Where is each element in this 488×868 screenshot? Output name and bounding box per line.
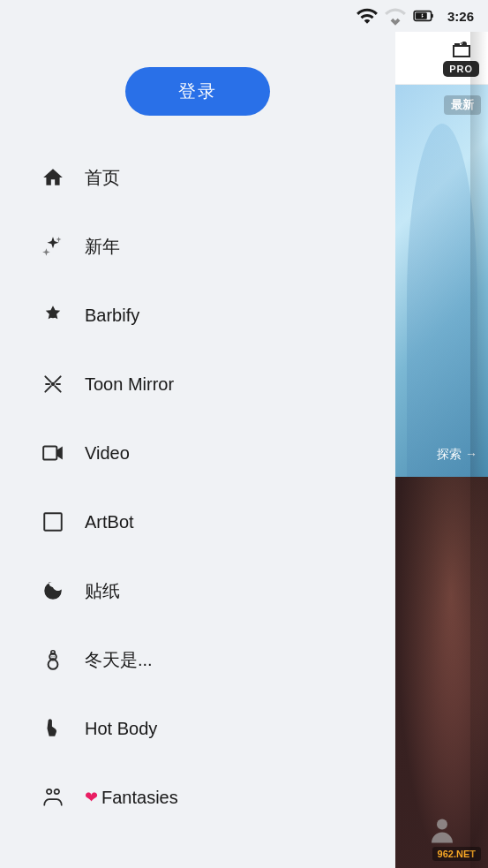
svg-point-15 (55, 789, 59, 794)
nav-item-hotbody[interactable]: Hot Body (18, 695, 387, 762)
newest-badge: 最新 (444, 95, 481, 115)
nav-label-video: Video (85, 443, 130, 464)
right-content: 最新 探索 → (395, 85, 488, 868)
nav-label-hotbody: Hot Body (85, 719, 157, 739)
wifi-icon (356, 4, 379, 27)
nav-item-sticker[interactable]: 贴纸 (18, 557, 387, 624)
svg-point-13 (54, 656, 55, 657)
nav-item-winter[interactable]: 冬天是... (18, 626, 387, 693)
toon-icon (35, 366, 71, 402)
svg-rect-7 (43, 446, 56, 459)
main-layout: 登录 首页 新年 (0, 32, 488, 868)
nav-item-home[interactable]: 首页 (18, 144, 387, 211)
nav-label-sticker: 贴纸 (85, 579, 120, 603)
status-bar: 3:26 (0, 0, 488, 32)
signal-icon (384, 4, 407, 27)
starburst-icon (35, 298, 71, 333)
svg-point-12 (51, 656, 52, 657)
nav-label-fantasies: ❤Fantasies (85, 788, 178, 808)
svg-point-14 (47, 789, 51, 794)
nav-item-video[interactable]: Video (18, 419, 387, 487)
nav-item-artbot[interactable]: ArtBot (18, 488, 387, 555)
nav-label-artbot: ArtBot (85, 512, 134, 532)
status-time: 3:26 (447, 9, 474, 24)
content-card-bottom[interactable] (395, 477, 488, 869)
svg-point-9 (49, 660, 58, 669)
status-icons: 3:26 (356, 4, 474, 27)
video-icon (35, 435, 71, 471)
nav-label-winter: 冬天是... (85, 648, 153, 672)
nav-label-home: 首页 (85, 166, 120, 190)
login-button[interactable]: 登录 (125, 67, 270, 116)
person-icon (426, 815, 458, 850)
content-card-top[interactable]: 最新 探索 → (395, 85, 488, 477)
battery-icon (412, 4, 435, 27)
svg-point-16 (437, 819, 447, 830)
svg-rect-8 (44, 513, 62, 531)
nav-item-barbify[interactable]: Barbify (18, 282, 387, 349)
svg-point-4 (51, 382, 55, 386)
nav-item-toonmirror[interactable]: Toon Mirror (18, 351, 387, 418)
square-icon (35, 504, 71, 540)
nav-label-barbify: Barbify (85, 306, 139, 326)
nav-item-newyear[interactable]: 新年 (18, 213, 387, 280)
sparkle-icon (35, 229, 71, 264)
watermark: 962.NET (432, 847, 481, 861)
snowman-icon (35, 642, 71, 677)
right-topbar: PRO (395, 32, 488, 85)
toolbox-icon (449, 40, 474, 61)
right-panel: PRO 最新 探索 → (395, 32, 488, 868)
arm-icon (35, 711, 71, 746)
nav-label-toonmirror: Toon Mirror (85, 374, 174, 395)
heart-emoji: ❤ (85, 788, 98, 807)
svg-point-3 (50, 313, 56, 319)
login-section: 登录 (0, 32, 395, 142)
pro-badge: PRO (443, 61, 479, 77)
explore-label[interactable]: 探索 → (437, 447, 477, 463)
nav-list: 首页 新年 (0, 142, 395, 833)
drawer: 登录 首页 新年 (0, 32, 395, 868)
nav-label-newyear: 新年 (85, 235, 120, 259)
pro-container[interactable]: PRO (443, 40, 479, 77)
moon-icon (35, 573, 71, 608)
svg-rect-2 (416, 12, 427, 19)
heart-person-icon (35, 780, 71, 815)
nav-item-fantasies[interactable]: ❤Fantasies (18, 764, 387, 831)
svg-point-11 (51, 651, 55, 654)
svg-rect-1 (432, 14, 433, 18)
home-icon (35, 160, 71, 195)
